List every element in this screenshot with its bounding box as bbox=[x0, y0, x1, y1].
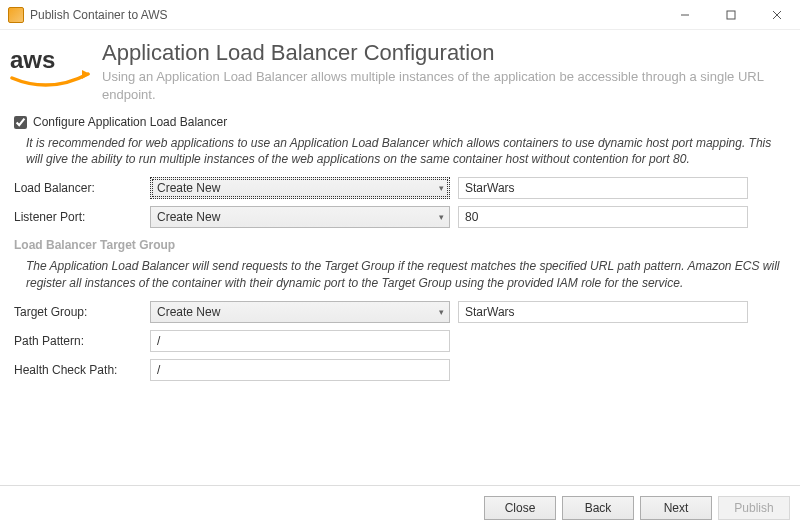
path-pattern-label: Path Pattern: bbox=[14, 334, 150, 348]
chevron-down-icon: ▾ bbox=[439, 307, 444, 317]
listener-port-label: Listener Port: bbox=[14, 210, 150, 224]
close-window-button[interactable] bbox=[754, 0, 800, 30]
load-balancer-select[interactable]: Create New ▾ bbox=[150, 177, 450, 199]
next-button[interactable]: Next bbox=[640, 496, 712, 520]
titlebar: Publish Container to AWS bbox=[0, 0, 800, 30]
target-group-label: Target Group: bbox=[14, 305, 150, 319]
publish-button: Publish bbox=[718, 496, 790, 520]
alb-recommendation-note: It is recommended for web applications t… bbox=[26, 135, 786, 167]
minimize-button[interactable] bbox=[662, 0, 708, 30]
maximize-button[interactable] bbox=[708, 0, 754, 30]
aws-logo: aws bbox=[10, 46, 90, 97]
chevron-down-icon: ▾ bbox=[439, 212, 444, 222]
target-group-select[interactable]: Create New ▾ bbox=[150, 301, 450, 323]
health-check-input[interactable]: / bbox=[150, 359, 450, 381]
target-group-note: The Application Load Balancer will send … bbox=[26, 258, 786, 290]
chevron-down-icon: ▾ bbox=[439, 183, 444, 193]
svg-text:aws: aws bbox=[10, 46, 55, 73]
page-header: aws Application Load Balancer Configurat… bbox=[0, 30, 800, 111]
listener-port-select[interactable]: Create New ▾ bbox=[150, 206, 450, 228]
close-button[interactable]: Close bbox=[484, 496, 556, 520]
target-group-name-input[interactable]: StarWars bbox=[458, 301, 748, 323]
aws-app-icon bbox=[8, 7, 24, 23]
wizard-footer: Close Back Next Publish bbox=[0, 485, 800, 529]
target-group-section-title: Load Balancer Target Group bbox=[14, 238, 786, 252]
page-title: Application Load Balancer Configuration bbox=[102, 40, 790, 66]
path-pattern-input[interactable]: / bbox=[150, 330, 450, 352]
configure-alb-checkbox[interactable] bbox=[14, 116, 27, 129]
configure-alb-label: Configure Application Load Balancer bbox=[33, 115, 227, 129]
page-subtitle: Using an Application Load Balancer allow… bbox=[102, 68, 790, 103]
health-check-label: Health Check Path: bbox=[14, 363, 150, 377]
back-button[interactable]: Back bbox=[562, 496, 634, 520]
listener-port-input[interactable]: 80 bbox=[458, 206, 748, 228]
configure-alb-checkbox-row[interactable]: Configure Application Load Balancer bbox=[14, 115, 786, 129]
window-title: Publish Container to AWS bbox=[30, 8, 168, 22]
svg-rect-1 bbox=[727, 11, 735, 19]
load-balancer-name-input[interactable]: StarWars bbox=[458, 177, 748, 199]
load-balancer-label: Load Balancer: bbox=[14, 181, 150, 195]
